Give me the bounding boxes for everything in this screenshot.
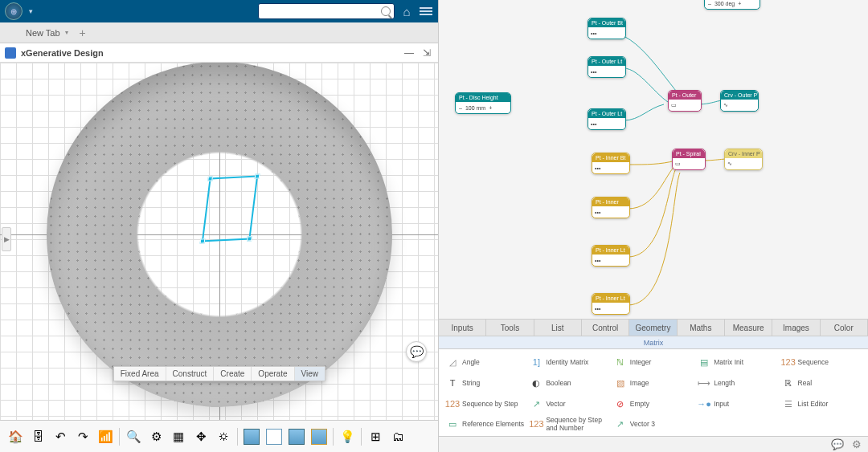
input-icon: →● [698, 397, 710, 410]
tool-vector3[interactable]: ↗Vector 3 [613, 415, 694, 433]
statusbar: 💬 ⚙ [439, 436, 868, 452]
gear-icon[interactable]: ⚙ [852, 438, 862, 450]
tool-seq-step[interactable]: 123Sequence by Step [445, 394, 526, 413]
search-input[interactable] [258, 3, 395, 19]
view-context-menu: Fixed Area Construct Create Operate View [113, 366, 326, 381]
tab-measure[interactable]: Measure [725, 320, 772, 336]
tab-control[interactable]: Control [582, 320, 629, 336]
selection-frame[interactable] [202, 176, 258, 242]
tool-seq-num[interactable]: 123Sequence by Step and Number [529, 415, 609, 433]
graph-node[interactable]: Pt - Inner Lt••• [592, 293, 630, 315]
tool-input[interactable]: →●Input [697, 394, 777, 413]
tool-length[interactable]: ⟼Length [697, 373, 777, 393]
box-shade-icon[interactable] [286, 426, 307, 447]
database-icon[interactable]: 🗄 [27, 426, 48, 447]
catalog-icon[interactable]: 🗂 [387, 426, 408, 447]
checker-icon[interactable]: ▦ [168, 426, 189, 447]
node-header: Pt - Inner Lt [592, 294, 629, 303]
sequence-icon: 123 [782, 356, 795, 369]
tab-tools[interactable]: Tools [486, 320, 534, 336]
tool-real[interactable]: ℝReal [781, 373, 862, 393]
tool-angle[interactable]: ◿Angle [445, 352, 526, 372]
box-wire-icon[interactable] [264, 426, 285, 447]
param-node-disc-height[interactable]: Pt - Disc Height –100 mm+ [455, 92, 511, 114]
sequence-step-icon: 123 [446, 397, 459, 410]
node-canvas[interactable]: –300 deg+ Pt - Disc Height –100 mm+ Pt -… [439, 0, 868, 319]
tab-new[interactable]: New Tab ▾ [26, 28, 68, 38]
minimize-button[interactable]: — [403, 47, 416, 59]
graph-node[interactable]: Pt - Spiral▭ [672, 149, 706, 170]
home-button[interactable]: 🏠 [5, 426, 26, 447]
settings-icon[interactable]: ⛭ [213, 426, 234, 447]
tool-list-editor[interactable]: ☰List Editor [781, 394, 862, 413]
box-solid-icon[interactable] [241, 426, 262, 447]
wifi-icon[interactable]: 📶 [95, 426, 116, 447]
compass-icon[interactable]: ⊕ [5, 2, 23, 20]
menu-item-create[interactable]: Create [214, 367, 252, 381]
hamburger-menu-icon[interactable] [419, 4, 433, 18]
graph-node[interactable]: Crv - Inner P∿ [724, 149, 763, 170]
matrix-icon: 1] [530, 356, 542, 369]
tool-empty[interactable]: ⊘Empty [613, 394, 694, 413]
tab-geometry[interactable]: Geometry [629, 320, 677, 336]
tool-matrix-init[interactable]: ▤Matrix Init [697, 352, 777, 372]
tools-tab-bar: Inputs Tools List Control Geometry Maths… [439, 319, 868, 336]
tab-add-button[interactable]: + [80, 26, 86, 39]
graph-node[interactable]: Pt - Outer Lt••• [588, 56, 626, 78]
tool-string[interactable]: TString [445, 373, 526, 393]
tab-maths[interactable]: Maths [678, 320, 725, 336]
length-icon: ⟼ [698, 377, 710, 389]
collapse-button[interactable]: ⇲ [420, 47, 433, 59]
redo-button[interactable]: ↷ [72, 426, 93, 447]
node-header: Pt - Disc Height [456, 93, 510, 102]
lamp-icon[interactable]: 💡 [337, 426, 358, 447]
graph-node[interactable]: Pt - Inner Lt••• [592, 245, 630, 267]
handle-icon[interactable] [247, 237, 252, 242]
menu-item-construct[interactable]: Construct [166, 367, 215, 381]
boolean-icon: ◐ [530, 377, 542, 389]
tab-images[interactable]: Images [772, 320, 820, 336]
sphere-icon[interactable]: ⚙ [145, 426, 166, 447]
graph-node[interactable]: Pt - Outer Lt••• [588, 108, 626, 130]
graph-node[interactable]: Crv - Outer P∿ [720, 90, 759, 112]
panel-expand-handle[interactable]: ▶ [2, 227, 11, 251]
viewport-canvas[interactable]: ▶ 💬 Fixed Area Construct Create Operate … [0, 63, 438, 420]
graph-node[interactable]: Pt - Outer Bt••• [588, 18, 626, 39]
tab-list[interactable]: List [534, 320, 582, 336]
graph-node[interactable]: Pt - Inner Bt••• [592, 153, 630, 174]
tab-color[interactable]: Color [821, 320, 868, 336]
menu-item-operate[interactable]: Operate [252, 367, 294, 381]
node-header: Pt - Spiral [673, 149, 705, 158]
menu-item-fixed-area[interactable]: Fixed Area [114, 367, 166, 381]
explode-icon[interactable]: ⊞ [365, 426, 386, 447]
tab-inputs[interactable]: Inputs [439, 320, 486, 336]
image-icon: ▧ [614, 377, 627, 389]
param-node-deg[interactable]: –300 deg+ [704, 0, 760, 10]
handle-icon[interactable] [200, 239, 206, 244]
tool-identity[interactable]: 1]Identity Matrix [529, 352, 609, 372]
menu-item-view[interactable]: View [295, 367, 326, 381]
compass-dropdown-caret[interactable]: ▾ [29, 7, 33, 15]
handle-icon[interactable] [255, 174, 260, 179]
integer-icon: ℕ [614, 356, 627, 369]
node-header: Pt - Outer Bt [588, 18, 625, 27]
handle-icon[interactable] [207, 177, 213, 181]
chat-bubble-icon[interactable]: 💬 [406, 341, 427, 362]
string-icon: T [446, 377, 459, 389]
magnifier-icon[interactable]: 🔍 [123, 426, 144, 447]
comment-icon[interactable]: 💬 [831, 438, 844, 450]
tool-reference[interactable]: ▭Reference Elements [445, 415, 526, 433]
graph-node[interactable]: Pt - Outer▭ [668, 90, 702, 112]
tool-boolean[interactable]: ◐Boolean [529, 373, 609, 393]
tool-image[interactable]: ▧Image [613, 373, 694, 393]
tool-integer[interactable]: ℕInteger [613, 352, 694, 372]
undo-button[interactable]: ↶ [50, 426, 71, 447]
box-accent-icon[interactable] [309, 426, 330, 447]
chevron-down-icon: ▾ [65, 29, 68, 36]
tag-icon[interactable]: ⌂ [399, 4, 414, 18]
param-value: 100 mm [465, 105, 485, 111]
graph-node[interactable]: Pt - Inner••• [592, 197, 630, 218]
tool-sequence[interactable]: 123Sequence [781, 352, 862, 372]
move-icon[interactable]: ✥ [190, 426, 211, 447]
tool-vector[interactable]: ↗Vector [529, 394, 609, 413]
